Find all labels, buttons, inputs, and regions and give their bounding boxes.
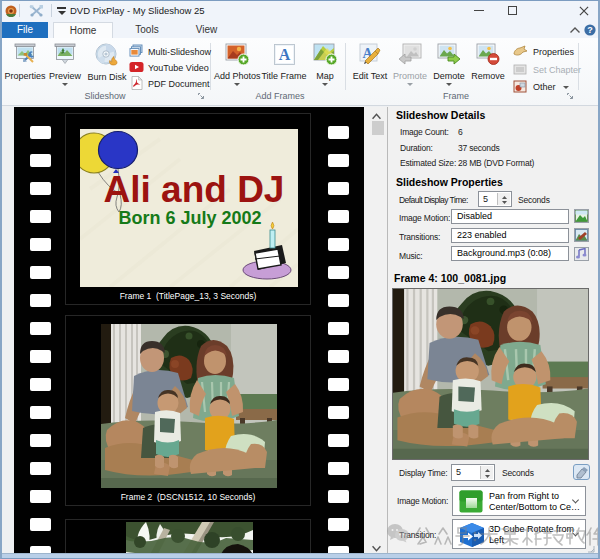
svg-text:A: A [278, 46, 290, 63]
svg-text:Ali and DJ: Ali and DJ [104, 169, 285, 210]
svg-text:?: ? [587, 25, 593, 35]
svg-text:Born 6 July 2002: Born 6 July 2002 [118, 208, 261, 228]
